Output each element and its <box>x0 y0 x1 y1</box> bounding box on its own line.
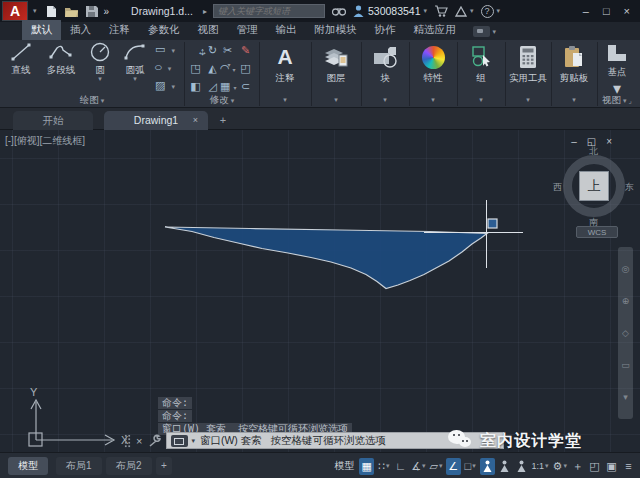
new-layout-button[interactable]: + <box>156 457 172 475</box>
explode-tool-icon[interactable]: ◰ <box>238 62 253 75</box>
utilities-caret-icon[interactable]: ▾ <box>505 96 551 104</box>
new-drawing-tab-button[interactable]: + <box>216 114 230 127</box>
file-tab-close-icon[interactable]: × <box>193 111 198 130</box>
annotation-scale-icon[interactable] <box>514 458 529 475</box>
properties-button[interactable]: 特性 <box>410 42 456 94</box>
properties-caret-icon[interactable]: ▾ <box>410 96 456 104</box>
line-tool[interactable]: 直线 <box>4 40 38 75</box>
search-binoculars-icon[interactable] <box>332 6 346 16</box>
copy-tool-icon[interactable]: ◳ <box>188 62 203 75</box>
polyline-tool[interactable]: 多段线 <box>40 40 82 75</box>
erase-tool-icon[interactable]: ✎ <box>238 44 253 57</box>
customization-icon[interactable]: ≡ <box>621 458 636 475</box>
scale-tool-icon[interactable]: ◿ <box>205 80 220 93</box>
ellipse-tool-icon[interactable]: ○ ▾ <box>155 61 171 73</box>
utilities-button[interactable]: 实用工具 <box>505 42 551 94</box>
object-snap-icon[interactable]: □▾ <box>463 458 478 475</box>
ribbon-tab-view[interactable]: 视图 <box>189 20 228 40</box>
autodesk-app-icon[interactable] <box>455 6 467 17</box>
layout2-tab[interactable]: 布局2 <box>106 457 152 475</box>
arc-caret-icon[interactable]: ▾ <box>118 75 152 82</box>
clipboard-caret-icon[interactable]: ▾ <box>551 96 597 104</box>
base-point-button[interactable]: 基点 ▾ <box>594 40 640 84</box>
array-tool-icon[interactable]: ▦▾ <box>220 80 235 93</box>
snap-toggle-icon[interactable]: ∷▾ <box>376 458 391 475</box>
user-caret-icon[interactable]: ▾ <box>424 7 428 15</box>
fillet-tool-icon[interactable]: ◠▾ <box>220 62 235 75</box>
help-icon[interactable]: ? <box>481 5 494 18</box>
block-caret-icon[interactable]: ▾ <box>362 96 408 104</box>
ortho-toggle-icon[interactable]: ∟ <box>393 458 408 475</box>
drawing-canvas[interactable]: [-][俯视][二维线框] – ◱ × 北 南 西 东 上 WCS ◎ ⊕ ◇ … <box>0 130 640 452</box>
user-icon[interactable] <box>353 5 364 17</box>
offset-tool-icon[interactable]: ⊂ <box>238 80 253 93</box>
clean-screen-icon[interactable]: ▣ <box>604 458 619 475</box>
mirror-tool-icon[interactable]: ◭ <box>205 62 220 75</box>
layers-caret-icon[interactable]: ▾ <box>313 96 359 104</box>
ribbon-tab-collaborate[interactable]: 协作 <box>366 20 405 40</box>
ribbon-tab-insert[interactable]: 插入 <box>61 20 100 40</box>
arc-tool[interactable]: 圆弧 ▾ <box>118 40 152 82</box>
layout1-tab[interactable]: 布局1 <box>56 457 102 475</box>
block-button[interactable]: 块 <box>362 42 408 94</box>
command-bar-grip[interactable] <box>124 434 131 448</box>
annotation-autoscale-icon[interactable] <box>497 458 512 475</box>
group-caret-icon[interactable]: ▾ <box>458 96 504 104</box>
command-bar-close-icon[interactable]: × <box>136 435 142 447</box>
qat-more-icon[interactable]: » <box>104 6 110 17</box>
model-tab[interactable]: 模型 <box>8 457 48 475</box>
base-point-icon <box>594 40 640 66</box>
new-file-icon[interactable] <box>45 5 58 18</box>
open-file-icon[interactable] <box>64 5 79 18</box>
properties-color-wheel-icon <box>410 42 456 72</box>
title-expand-icon[interactable]: ▸ <box>203 7 207 16</box>
ribbon-display-caret-icon[interactable]: ▾ <box>493 28 497 36</box>
ribbon-tab-home[interactable]: 默认 <box>22 20 61 40</box>
rectangle-tool-icon[interactable]: ▭ ▾ <box>155 43 175 56</box>
ribbon-tab-addins[interactable]: 附加模块 <box>306 20 366 40</box>
group-button[interactable]: 组 <box>458 42 504 94</box>
annotation-button[interactable]: A 注释 <box>262 42 308 94</box>
ribbon-tab-annotate[interactable]: 注释 <box>100 20 139 40</box>
ribbon-tab-manage[interactable]: 管理 <box>228 20 267 40</box>
annotation-scale-value[interactable]: 1:1▾ <box>531 458 550 475</box>
annotation-caret-icon[interactable]: ▾ <box>262 96 308 104</box>
autodesk-caret-icon[interactable]: ▾ <box>470 7 474 15</box>
model-space-label[interactable]: 模型 <box>334 459 354 473</box>
quick-properties-icon[interactable]: ◰ <box>587 458 602 475</box>
annotation-monitor-icon[interactable]: ＋ <box>570 458 585 475</box>
user-id[interactable]: 530083541 <box>368 5 421 17</box>
isometric-drafting-icon[interactable]: ▱▾ <box>429 458 444 475</box>
polar-tracking-icon[interactable]: ∡▾ <box>410 458 426 475</box>
rotate-tool-icon[interactable]: ↻ <box>205 44 220 57</box>
stretch-tool-icon[interactable]: ◧ <box>188 80 203 93</box>
layers-button[interactable]: 图层 <box>313 42 359 94</box>
command-customize-wrench-icon[interactable] <box>148 434 161 447</box>
file-tab-drawing1[interactable]: Drawing1 × <box>104 111 208 130</box>
file-tab-start[interactable]: 开始 <box>13 111 93 130</box>
grid-toggle-icon[interactable]: ▦ <box>359 458 374 475</box>
help-caret-icon[interactable]: ▾ <box>497 7 501 15</box>
close-button[interactable]: × <box>624 5 630 17</box>
view-panel-label[interactable]: 视图▾⌟ <box>594 93 640 106</box>
ribbon-display-icon[interactable] <box>473 26 490 37</box>
annotation-visibility-icon[interactable] <box>480 458 495 475</box>
cart-icon[interactable] <box>434 5 448 17</box>
object-snap-tracking-icon[interactable]: ∠ <box>446 458 461 475</box>
maximize-button[interactable]: □ <box>603 5 610 17</box>
command-input-caret-icon[interactable]: ▾ <box>191 437 195 445</box>
save-icon[interactable] <box>85 5 98 18</box>
minimize-button[interactable]: – <box>583 5 589 17</box>
workspace-gear-icon[interactable]: ⚙▾ <box>552 458 568 475</box>
ribbon-tab-output[interactable]: 输出 <box>267 20 306 40</box>
ribbon-tab-featured[interactable]: 精选应用 <box>405 20 465 40</box>
ribbon-tab-parametric[interactable]: 参数化 <box>139 20 189 40</box>
circle-caret-icon[interactable]: ▾ <box>86 75 114 82</box>
app-logo[interactable]: A <box>2 1 28 21</box>
hatch-tool-icon[interactable]: ▨ ▾ <box>155 79 175 92</box>
clipboard-button[interactable]: 剪贴板 <box>551 42 597 94</box>
circle-tool[interactable]: 圆 ▾ <box>86 40 114 82</box>
draw-panel-label[interactable]: 绘图▾ <box>0 93 184 106</box>
search-input[interactable] <box>213 4 325 18</box>
modify-panel-label[interactable]: 修改▾ <box>186 93 258 106</box>
